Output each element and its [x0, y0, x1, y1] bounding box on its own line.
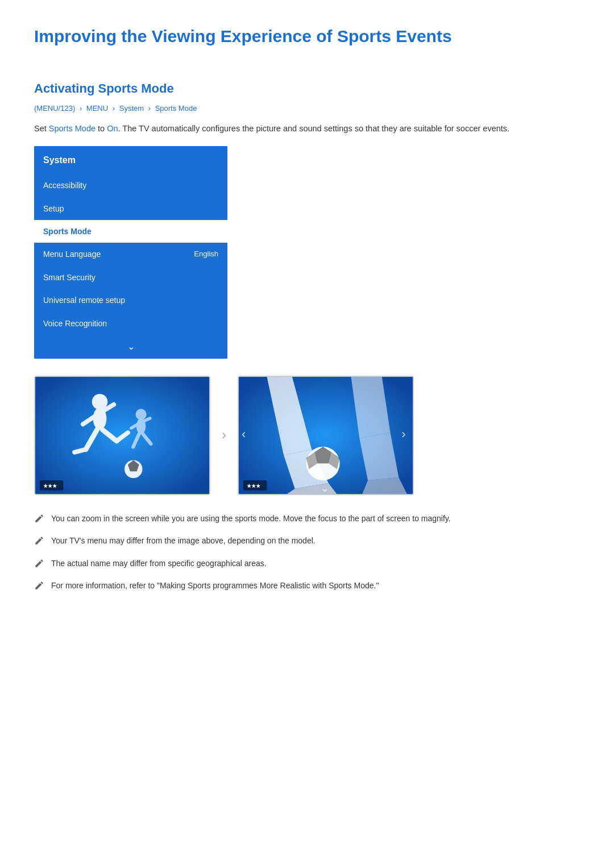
- menu-item-menu-language[interactable]: Menu Language English: [34, 243, 227, 265]
- soccer-player-before-svg: ★★★: [35, 376, 209, 495]
- menu-item-accessibility[interactable]: Accessibility: [34, 174, 227, 197]
- system-menu-title: System: [34, 146, 227, 175]
- menu-item-setup[interactable]: Setup: [34, 197, 227, 220]
- svg-point-9: [135, 409, 146, 420]
- images-row: ★★★ ›: [34, 376, 580, 495]
- menu-item-universal-remote[interactable]: Universal remote setup: [34, 289, 227, 312]
- menu-item-smart-security[interactable]: Smart Security: [34, 266, 227, 289]
- menu-language-value: English: [194, 248, 218, 260]
- menu-language-label: Menu Language: [43, 248, 101, 260]
- body-text: Set Sports Mode to On. The TV automatica…: [34, 122, 580, 136]
- page-title: Improving the Viewing Experience of Spor…: [34, 23, 580, 56]
- note-text-4: For more information, refer to "Making S…: [51, 579, 580, 592]
- svg-text:⌄: ⌄: [320, 481, 330, 493]
- note-icon-3: [34, 558, 44, 573]
- note-text-1: You can zoom in the screen while you are…: [51, 512, 580, 525]
- system-menu-body: Accessibility Setup Sports Mode Menu Lan…: [34, 174, 227, 358]
- note-text-2: Your TV's menu may differ from the image…: [51, 534, 580, 547]
- breadcrumb-part4: Sports Mode: [155, 104, 197, 113]
- breadcrumb: (MENU/123) › MENU › System › Sports Mode: [34, 103, 580, 115]
- breadcrumb-arrow-3: ›: [148, 104, 151, 113]
- tv-screen-after: › ⌄ ★★★ ‹: [239, 377, 413, 494]
- note-icon-4: [34, 580, 44, 595]
- menu-item-voice-recognition[interactable]: Voice Recognition: [34, 312, 227, 335]
- tv-image-before: ★★★: [34, 376, 210, 495]
- sports-mode-link: Sports Mode: [49, 124, 96, 133]
- svg-text:★★★: ★★★: [247, 483, 261, 488]
- breadcrumb-part2: MENU: [86, 104, 108, 113]
- svg-text:★★★: ★★★: [43, 483, 57, 488]
- svg-text:‹: ‹: [242, 426, 246, 441]
- menu-item-sports-mode[interactable]: Sports Mode: [34, 220, 227, 243]
- tv-image-after: › ⌄ ★★★ ‹: [238, 376, 414, 495]
- on-value: On: [107, 124, 118, 133]
- soccer-player-after-svg: › ⌄ ★★★ ‹: [239, 376, 413, 495]
- breadcrumb-arrow-2: ›: [113, 104, 115, 113]
- breadcrumb-part3: System: [119, 104, 144, 113]
- system-menu: System Accessibility Setup Sports Mode M…: [34, 146, 227, 359]
- note-item-1: You can zoom in the screen while you are…: [34, 512, 580, 528]
- note-item-4: For more information, refer to "Making S…: [34, 579, 580, 595]
- menu-chevron-down: ⌄: [34, 335, 227, 359]
- note-icon-1: [34, 513, 44, 528]
- section-title: Activating Sports Mode: [34, 78, 580, 98]
- note-icon-2: [34, 535, 44, 550]
- note-item-2: Your TV's menu may differ from the image…: [34, 534, 580, 550]
- svg-line-6: [74, 449, 86, 452]
- svg-text:›: ›: [401, 426, 405, 441]
- note-item-3: The actual name may differ from specific…: [34, 557, 580, 573]
- breadcrumb-arrow-1: ›: [80, 104, 82, 113]
- breadcrumb-part1: (MENU/123): [34, 104, 75, 113]
- note-text-3: The actual name may differ from specific…: [51, 557, 580, 570]
- arrow-between-images: ›: [222, 424, 226, 446]
- notes-section: You can zoom in the screen while you are…: [34, 512, 580, 595]
- tv-screen-before: ★★★: [35, 377, 209, 494]
